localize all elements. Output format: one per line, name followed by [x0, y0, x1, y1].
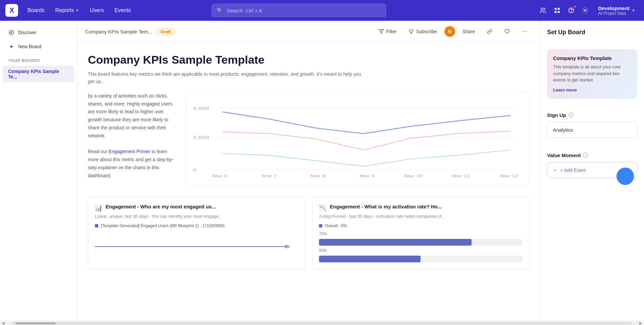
- board-actions: Filter Subscribe N Share: [374, 26, 532, 37]
- svg-marker-10: [379, 29, 384, 34]
- card1-subtitle: Linear, unique, last 30 days · You can i…: [95, 214, 298, 219]
- link-button[interactable]: [482, 26, 497, 37]
- two-column-section: by a variety of activities such as click…: [88, 92, 529, 186]
- card2-legend: Overall · 0%: [319, 223, 522, 228]
- text-body2: Read our Engagement Primer to learn more…: [88, 148, 175, 180]
- user-avatar: N: [444, 26, 455, 37]
- scroll-thumb: [15, 322, 56, 324]
- discover-icon: [8, 29, 15, 36]
- sidebar-item-new-board[interactable]: + New Board: [3, 40, 74, 53]
- svg-rect-1: [554, 8, 556, 10]
- card2-subtitle: 2-step Funnel · last 30 days · Activatio…: [319, 214, 522, 219]
- card1-legend-dot: [95, 224, 98, 227]
- svg-text:4,000: 4,000: [193, 106, 209, 111]
- top-navigation: X Boards Reports ▼ Users Events 🔍 Devel: [0, 0, 644, 21]
- svg-point-6: [571, 12, 571, 12]
- users-icon-button[interactable]: [537, 4, 549, 16]
- search-bar[interactable]: 🔍: [212, 4, 386, 17]
- bottom-scrollbar[interactable]: ◀ ▶: [0, 321, 644, 325]
- main-layout: Discover + New Board Your Boards Company…: [0, 0, 644, 325]
- panel-title: Set Up Board: [547, 29, 637, 36]
- report-card-engagement-users[interactable]: 📊 Engagement - Who are my most engaged u…: [88, 197, 305, 269]
- template-card-title: Company KPIs Template: [553, 55, 631, 61]
- svg-text:2,000: 2,000: [193, 135, 209, 140]
- more-options-button[interactable]: [517, 26, 532, 37]
- template-card: Company KPIs Template This template is a…: [547, 49, 637, 99]
- line-chart-svg: 4,000 2,000 0: [193, 99, 522, 179]
- grid-icon-button[interactable]: [551, 4, 563, 16]
- analytics-box: Analytics: [547, 122, 637, 138]
- favorite-button[interactable]: [500, 26, 515, 37]
- learn-more-link[interactable]: Learn more: [553, 87, 577, 92]
- sign-up-info-icon[interactable]: i: [568, 112, 574, 118]
- board-intro: This board features key metrics we think…: [88, 70, 363, 85]
- page-title: Company KPIs Sample Template: [88, 53, 529, 66]
- svg-rect-3: [554, 11, 556, 13]
- sidebar: Discover + New Board Your Boards Company…: [0, 21, 77, 325]
- nav-reports[interactable]: Reports ▼: [51, 5, 83, 15]
- svg-text:0: 0: [193, 168, 197, 172]
- text-column: by a variety of activities such as click…: [88, 92, 175, 186]
- sign-up-section: Sign Up i Analytics: [547, 112, 637, 138]
- main-content: Company KPIs Sample Tem... Draft Filter …: [77, 21, 540, 325]
- scroll-left-arrow[interactable]: ◀: [0, 321, 7, 325]
- card2-funnel: 75% 50%: [319, 232, 522, 262]
- svg-text:Mar 6: Mar 6: [212, 174, 227, 178]
- sidebar-item-discover[interactable]: Discover: [3, 26, 74, 39]
- scroll-right-arrow[interactable]: ▶: [637, 321, 644, 325]
- funnel-bar-50: [319, 256, 522, 262]
- svg-text:Mar 7: Mar 7: [262, 174, 277, 178]
- help-icon-button[interactable]: [565, 4, 577, 16]
- nav-users[interactable]: Users: [86, 5, 108, 15]
- svg-text:Mar 11: Mar 11: [452, 174, 470, 178]
- search-input[interactable]: [227, 8, 381, 13]
- reports-caret-icon: ▼: [75, 8, 79, 12]
- sign-up-section-header: Sign Up i: [547, 112, 637, 118]
- engagement-primer-link[interactable]: Engagement Primer: [108, 149, 150, 154]
- svg-text:Mar 12: Mar 12: [500, 174, 519, 178]
- card1-chart: [95, 232, 298, 258]
- card-grid: 📊 Engagement - Who are my most engaged u…: [88, 197, 529, 269]
- nav-boards[interactable]: Boards: [23, 5, 49, 15]
- line-chart: 4,000 2,000 0: [186, 92, 529, 186]
- notification-badge: [573, 5, 577, 8]
- right-panel: Set Up Board Company KPIs Template This …: [540, 21, 644, 325]
- nav-events[interactable]: Events: [110, 5, 135, 15]
- card1-title: Engagement - Who are my most engaged us.…: [106, 204, 216, 209]
- board-header-title: Company KPIs Sample Tem...: [85, 29, 152, 35]
- card2-legend-dot: [319, 224, 322, 227]
- template-card-desc: This template is all about your core com…: [553, 64, 631, 83]
- board-body: Company KPIs Sample Template This board …: [77, 43, 540, 280]
- funnel-bar-75: [319, 239, 522, 246]
- your-boards-section-label: Your Boards: [0, 54, 77, 64]
- report-card-activation-rate[interactable]: 📉 Engagement - What is my activation rat…: [312, 197, 529, 269]
- svg-text:Mar 8: Mar 8: [311, 174, 326, 178]
- add-board-icon: +: [8, 43, 15, 50]
- search-icon: 🔍: [217, 7, 223, 14]
- funnel-label-50: 50%: [319, 248, 522, 253]
- project-selector[interactable]: Development All Project Data ▼: [595, 4, 639, 17]
- chart-column: 4,000 2,000 0: [186, 92, 529, 186]
- card2-icon: 📉: [319, 204, 326, 212]
- sidebar-item-company-kpis[interactable]: Company KPIs Sample Te...: [3, 66, 74, 82]
- svg-marker-9: [10, 31, 12, 34]
- logo[interactable]: X: [5, 4, 18, 17]
- value-moment-section: Value Moment i ＋ + Add Event: [547, 152, 637, 178]
- filter-button[interactable]: Filter: [374, 26, 401, 37]
- value-moment-section-header: Value Moment i: [547, 152, 637, 158]
- scroll-track: [12, 322, 632, 324]
- draft-badge: Draft: [156, 28, 175, 35]
- value-moment-info-icon[interactable]: i: [583, 152, 588, 158]
- text-body: by a variety of activities such as click…: [88, 92, 175, 140]
- svg-rect-4: [558, 11, 560, 13]
- share-button[interactable]: Share: [458, 26, 480, 37]
- funnel-label-75: 75%: [319, 232, 522, 236]
- settings-icon-button[interactable]: [579, 4, 591, 16]
- cursor-indicator: [616, 168, 634, 185]
- board-header: Company KPIs Sample Tem... Draft Filter …: [77, 21, 540, 43]
- project-caret-icon: ▼: [632, 8, 635, 12]
- add-event-plus-icon: ＋: [553, 167, 557, 173]
- svg-point-0: [541, 8, 543, 10]
- subscribe-button[interactable]: Subscribe: [404, 26, 441, 37]
- svg-rect-2: [558, 8, 560, 10]
